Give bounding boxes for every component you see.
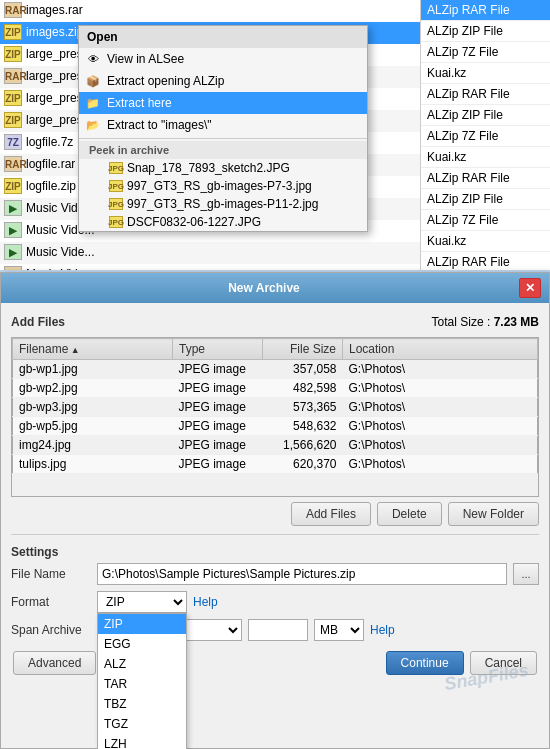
type-list: ALZip RAR FileALZip ZIP FileALZip 7Z Fil… [420,0,550,270]
context-menu-separator [79,138,367,139]
dialog-file-row[interactable]: gb-wp3.jpg JPEG image 573,365 G:\Photos\ [13,398,538,417]
dialog-file-location: G:\Photos\ [343,417,538,436]
type-list-item[interactable]: ALZip RAR File [421,84,550,105]
dialog-file-name: gb-wp5.jpg [13,417,173,436]
file-icon: ▶ [4,244,22,260]
settings-section: Settings File Name ... Format ZIPEGGALZT… [11,534,539,641]
type-list-item[interactable]: ALZip RAR File [421,0,550,21]
add-files-button[interactable]: Add Files [291,502,371,526]
file-icon: 7Z [4,134,22,150]
settings-label: Settings [11,545,539,559]
type-list-item[interactable]: ALZip ZIP File [421,189,550,210]
context-menu-item-label: Extract to "images\" [107,118,212,132]
filename-input[interactable] [97,563,507,585]
type-list-item[interactable]: Kuai.kz [421,231,550,252]
file-list-area: RAR images.rar 1/4/2013 12:45 PM ZIP ima… [0,0,550,270]
peek-file-item[interactable]: JPGSnap_178_7893_sketch2.JPG [79,159,367,177]
format-dropdown-wrapper: ZIPEGGALZTARTBZTGZLZH ZIPEGGALZTARTBZTGZ… [97,591,187,613]
col-location[interactable]: Location [343,339,538,360]
dialog-file-row[interactable]: gb-wp5.jpg JPEG image 548,632 G:\Photos\ [13,417,538,436]
dialog-file-location: G:\Photos\ [343,360,538,379]
continue-button[interactable]: Continue [386,651,464,675]
type-list-item[interactable]: ALZip 7Z File [421,42,550,63]
cancel-button[interactable]: Cancel [470,651,537,675]
format-help-link[interactable]: Help [193,595,218,609]
file-icon: ▶ [4,200,22,216]
span-unit-select[interactable]: MB KB GB [314,619,364,641]
dialog-file-type: JPEG image [173,436,263,455]
bottom-buttons: Advanced Continue Cancel [11,651,539,675]
dialog-file-location: G:\Photos\ [343,455,538,474]
new-folder-button[interactable]: New Folder [448,502,539,526]
filename-label: File Name [11,567,91,581]
file-name: logfile.zip [26,179,76,193]
format-option[interactable]: ZIP [98,614,186,634]
span-size-input[interactable] [248,619,308,641]
file-icon: ZIP [4,46,22,62]
format-option[interactable]: TAR [98,674,186,694]
dialog-file-row[interactable]: img24.jpg JPEG image 1,566,620 G:\Photos… [13,436,538,455]
peek-file-item[interactable]: JPG997_GT3_RS_gb-images-P11-2.jpg [79,195,367,213]
file-mini-icon: JPG [109,216,123,228]
delete-button[interactable]: Delete [377,502,442,526]
peek-file-item[interactable]: JPGDSCF0832-06-1227.JPG [79,213,367,231]
total-size-label: Total Size : [432,315,491,329]
context-menu-open-header: Open [79,26,367,48]
close-button[interactable]: ✕ [519,278,541,298]
format-option[interactable]: LZH [98,734,186,749]
file-icon: ZIP [4,112,22,128]
format-label: Format [11,595,91,609]
dialog-file-location: G:\Photos\ [343,379,538,398]
context-menu-item[interactable]: 📦Extract opening ALZip [79,70,367,92]
peek-file-name: DSCF0832-06-1227.JPG [127,215,261,229]
type-list-item[interactable]: ALZip 7Z File [421,126,550,147]
dialog-file-row[interactable]: tulips.jpg JPEG image 620,370 G:\Photos\ [13,455,538,474]
type-list-item[interactable]: Kuai.kz [421,63,550,84]
context-menu-item[interactable]: 📁Extract here [79,92,367,114]
type-list-item[interactable]: ALZip RAR File [421,252,550,270]
window-title: New Archive [9,281,519,295]
file-icon: RAR [4,68,22,84]
context-menu-item-label: View in ALSee [107,52,184,66]
add-files-label: Add Files [11,315,65,329]
dialog-file-size: 482,598 [263,379,343,398]
bottom-right-buttons: Continue Cancel [386,651,537,675]
format-option[interactable]: EGG [98,634,186,654]
dialog-file-size: 548,632 [263,417,343,436]
dialog-file-name: img24.jpg [13,436,173,455]
col-filesize[interactable]: File Size [263,339,343,360]
dialog-file-size: 573,365 [263,398,343,417]
context-menu-icon: 📁 [85,95,101,111]
dialog-file-row[interactable]: gb-wp1.jpg JPEG image 357,058 G:\Photos\ [13,360,538,379]
dialog-file-type: JPEG image [173,398,263,417]
context-menu-item[interactable]: 📂Extract to "images\" [79,114,367,136]
file-name: logfile.rar [26,157,75,171]
type-list-item[interactable]: ALZip ZIP File [421,21,550,42]
context-menu-icon: 📦 [85,73,101,89]
format-option[interactable]: TBZ [98,694,186,714]
type-list-item[interactable]: ALZip 7Z File [421,210,550,231]
col-type[interactable]: Type [173,339,263,360]
dialog-file-size: 357,058 [263,360,343,379]
peek-file-item[interactable]: JPG997_GT3_RS_gb-images-P7-3.jpg [79,177,367,195]
dialog-file-table-wrapper[interactable]: Filename Type File Size Location gb-wp1.… [11,337,539,497]
dialog-file-type: JPEG image [173,360,263,379]
type-list-item[interactable]: ALZip RAR File [421,168,550,189]
advanced-button[interactable]: Advanced [13,651,96,675]
type-list-item[interactable]: Kuai.kz [421,147,550,168]
format-select[interactable]: ZIPEGGALZTARTBZTGZLZH [97,591,187,613]
file-name: logfile.7z [26,135,73,149]
context-menu-item[interactable]: 👁View in ALSee [79,48,367,70]
span-help-link[interactable]: Help [370,623,395,637]
type-list-item[interactable]: ALZip ZIP File [421,105,550,126]
format-option[interactable]: ALZ [98,654,186,674]
file-mini-icon: JPG [109,180,123,192]
dialog-file-row[interactable]: gb-wp2.jpg JPEG image 482,598 G:\Photos\ [13,379,538,398]
browse-button[interactable]: ... [513,563,539,585]
file-icon: ZIP [4,90,22,106]
file-mini-icon: JPG [109,162,123,174]
file-name: Music Vide... [26,267,94,270]
format-option[interactable]: TGZ [98,714,186,734]
format-dropdown-list[interactable]: ZIPEGGALZTARTBZTGZLZH [97,613,187,749]
col-filename[interactable]: Filename [13,339,173,360]
